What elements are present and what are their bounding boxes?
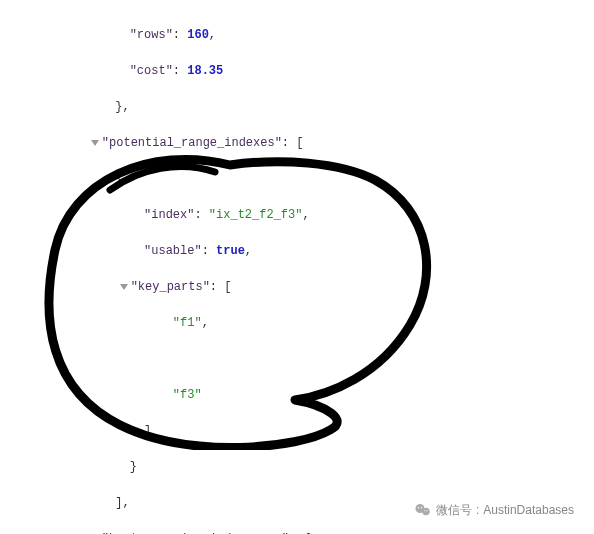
collapse-caret-icon[interactable]	[105, 176, 113, 182]
wechat-icon	[414, 501, 432, 519]
wechat-value: AustinDatabases	[483, 501, 574, 519]
code-line	[0, 350, 594, 368]
code-line: ]	[0, 422, 594, 440]
wechat-label: 微信号	[436, 501, 472, 519]
wechat-watermark: 微信号: AustinDatabases	[414, 501, 574, 519]
json-code-block: "rows": 160, "cost": 18.35 }, "potential…	[0, 0, 594, 534]
code-line: "f1",	[0, 314, 594, 332]
collapse-caret-icon[interactable]	[91, 140, 99, 146]
svg-point-1	[422, 508, 430, 516]
code-line: },	[0, 98, 594, 116]
code-line: "index": "ix_t2_f2_f3",	[0, 206, 594, 224]
svg-point-4	[424, 510, 425, 511]
code-line: {	[0, 170, 594, 188]
code-line: }	[0, 458, 594, 476]
svg-point-5	[426, 510, 427, 511]
code-line: "best_covering_index_scan": {	[0, 530, 594, 534]
collapse-caret-icon[interactable]	[120, 284, 128, 290]
svg-point-2	[418, 507, 420, 509]
code-line: "f3"	[0, 386, 594, 404]
code-line: "rows": 160,	[0, 26, 594, 44]
code-line: "cost": 18.35	[0, 62, 594, 80]
svg-point-3	[421, 507, 423, 509]
code-line: "usable": true,	[0, 242, 594, 260]
code-line: "key_parts": [	[0, 278, 594, 296]
code-line: "potential_range_indexes": [	[0, 134, 594, 152]
